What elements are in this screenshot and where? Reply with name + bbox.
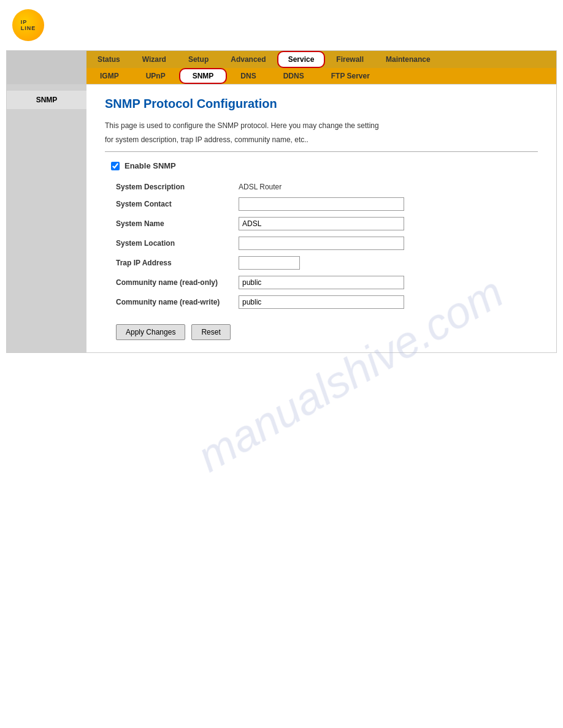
community-read-only-input[interactable]: [239, 276, 404, 289]
form-area: Enable SNMP System Description ADSL Rout…: [105, 161, 538, 340]
main-container: SNMP SNMP Protocol Configuration This pa…: [6, 85, 557, 353]
enable-snmp-row: Enable SNMP: [111, 161, 538, 170]
field-label-system-name: System Name: [111, 214, 234, 233]
system-location-input[interactable]: [239, 237, 404, 250]
nav-wizard[interactable]: Wizard: [131, 51, 177, 68]
field-label-system-location: System Location: [111, 233, 234, 253]
field-label-community-read-only: Community name (read-only): [111, 273, 234, 292]
nav-advanced[interactable]: Advanced: [220, 51, 277, 68]
nav-upnp[interactable]: UPnP: [132, 68, 179, 84]
enable-snmp-label: Enable SNMP: [124, 161, 176, 170]
apply-changes-button[interactable]: Apply Changes: [116, 324, 185, 340]
content-area: SNMP Protocol Configuration This page is…: [86, 85, 556, 352]
system-name-input[interactable]: [239, 217, 404, 230]
button-row: Apply Changes Reset: [111, 324, 538, 340]
logo-icon: IPLINE: [12, 9, 44, 41]
table-row: Trap IP Address: [111, 253, 538, 273]
nav-setup[interactable]: Setup: [177, 51, 220, 68]
field-value-system-description: ADSL Router: [239, 183, 282, 191]
nav-top-spacer: [7, 51, 86, 68]
nav-bottom-items: IGMP UPnP SNMP DNS DDNS FTP Server: [86, 68, 556, 84]
field-label-system-contact: System Contact: [111, 194, 234, 214]
page-description-line2: for system description, trap IP address,…: [105, 134, 538, 145]
nav-container: Status Wizard Setup Advanced Service Fir…: [6, 50, 557, 85]
enable-snmp-checkbox[interactable]: [111, 162, 120, 170]
nav-firewall[interactable]: Firewall: [325, 51, 375, 68]
table-row: System Contact: [111, 194, 538, 214]
nav-ftp-server[interactable]: FTP Server: [318, 68, 383, 84]
logo-area: IPLINE: [0, 0, 563, 50]
nav-bottom-spacer: [7, 68, 86, 84]
nav-top-items: Status Wizard Setup Advanced Service Fir…: [86, 51, 556, 68]
reset-button[interactable]: Reset: [191, 324, 230, 340]
form-table: System Description ADSL Router System Co…: [111, 180, 538, 312]
table-row: Community name (read-only): [111, 273, 538, 292]
field-label-trap-ip: Trap IP Address: [111, 253, 234, 273]
nav-dns[interactable]: DNS: [227, 68, 269, 84]
page-description-line1: This page is used to configure the SNMP …: [105, 120, 538, 131]
system-contact-input[interactable]: [239, 197, 404, 211]
page-title: SNMP Protocol Configuration: [105, 97, 538, 111]
nav-bottom: IGMP UPnP SNMP DNS DDNS FTP Server: [7, 68, 556, 84]
nav-status[interactable]: Status: [86, 51, 131, 68]
table-row: System Location: [111, 233, 538, 253]
field-label-system-description: System Description: [111, 180, 234, 194]
nav-top: Status Wizard Setup Advanced Service Fir…: [7, 51, 556, 68]
nav-maintenance[interactable]: Maintenance: [375, 51, 442, 68]
sidebar: SNMP: [7, 85, 86, 352]
field-label-community-read-write: Community name (read-write): [111, 292, 234, 312]
nav-igmp[interactable]: IGMP: [86, 68, 132, 84]
nav-snmp[interactable]: SNMP: [179, 68, 228, 84]
nav-ddns[interactable]: DDNS: [270, 68, 318, 84]
table-row: System Name: [111, 214, 538, 233]
table-row: Community name (read-write): [111, 292, 538, 312]
divider: [105, 151, 538, 152]
table-row: System Description ADSL Router: [111, 180, 538, 194]
sidebar-item-snmp[interactable]: SNMP: [7, 91, 86, 109]
nav-service[interactable]: Service: [277, 51, 326, 68]
trap-ip-input[interactable]: [239, 256, 300, 270]
community-read-write-input[interactable]: [239, 295, 404, 309]
